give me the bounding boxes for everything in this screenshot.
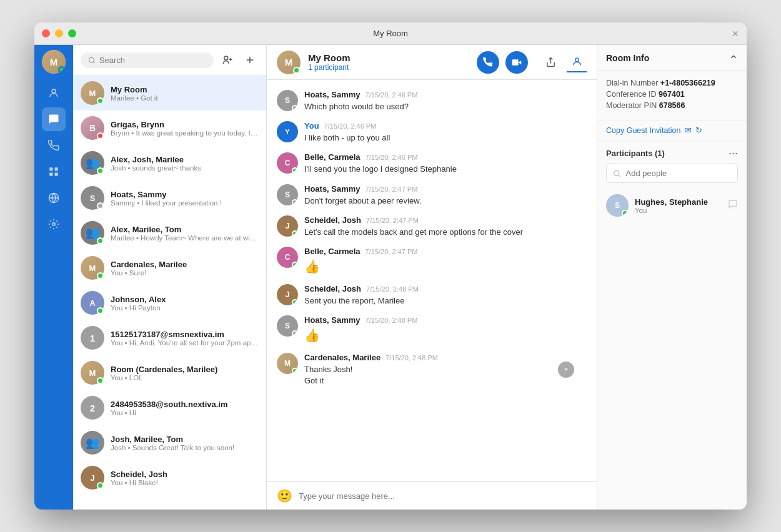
chat-info: Josh, Marilee, Tom Josh • Sounds Great! … <box>111 435 259 451</box>
add-people-input[interactable] <box>625 169 731 178</box>
svg-point-10 <box>224 56 228 60</box>
list-item[interactable]: A Johnson, Alex You • Hi Payton <box>73 285 266 320</box>
chat-preview: Sammy • I liked your presentation ! <box>111 199 259 207</box>
title-bar-buttons <box>42 29 76 37</box>
list-item[interactable]: M Cardenales, Marilee You • Sure! <box>73 250 266 285</box>
collapse-icon[interactable] <box>729 52 738 63</box>
message-avatar: S <box>277 315 298 337</box>
room-info-header: Room Info <box>597 45 747 71</box>
maximize-button[interactable] <box>68 29 76 37</box>
chat-info: Alex, Marilee, Tom Marilee • Howdy Team~… <box>111 225 259 242</box>
svg-line-19 <box>619 175 620 176</box>
message-row: C Belle, Carmela 7/15/20, 2:46 PM I'll s… <box>277 152 587 175</box>
sidebar-item-apps[interactable] <box>42 160 66 184</box>
chat-avatar: 1 <box>81 326 104 350</box>
list-item[interactable]: 2 2484953538@south.nextiva.im You • Hi <box>73 390 266 425</box>
chat-avatar: M <box>81 361 104 385</box>
svg-point-0 <box>52 89 56 93</box>
message-sender: Belle, Carmela <box>304 152 361 162</box>
svg-rect-2 <box>55 167 58 170</box>
message-text: Let's call the models back and get more … <box>304 227 587 238</box>
message-content: You 7/15/20, 2:46 PM I like both - up to… <box>304 121 587 144</box>
message-input[interactable] <box>299 491 587 501</box>
chat-avatar: A <box>81 291 104 315</box>
video-call-button[interactable] <box>505 51 528 74</box>
status-dot <box>97 307 104 314</box>
status-dot <box>97 237 104 244</box>
message-time: 7/15/20, 2:46 PM <box>366 154 418 161</box>
list-item[interactable]: J Scheidel, Josh You • Hi Blake! <box>73 460 266 495</box>
message-text: Which photo would be used? <box>304 101 587 112</box>
app-body: M <box>34 45 747 510</box>
message-content: Hoats, Sammy 7/15/20, 2:47 PM Don't forg… <box>304 184 587 207</box>
sidebar-item-settings[interactable] <box>42 212 66 236</box>
list-item[interactable]: M My Room Marilee • Got it <box>73 76 266 111</box>
participants-title: Participants (1) <box>606 149 665 158</box>
share-button[interactable] <box>540 52 560 72</box>
phone-call-button[interactable] <box>477 51 499 74</box>
message-text: I like both - up to you all <box>304 132 587 144</box>
participants-more-icon[interactable]: ··· <box>729 147 738 160</box>
room-info-button[interactable] <box>567 52 587 72</box>
list-item[interactable]: B Grigas, Brynn Brynn • It was great spe… <box>73 111 266 145</box>
message-row: J Scheidel, Josh 7/15/20, 2:47 PM Let's … <box>277 215 587 238</box>
message-action-icon[interactable] <box>558 362 574 378</box>
message-content: Belle, Carmela 7/15/20, 2:47 PM 👍 <box>304 247 587 275</box>
list-item[interactable]: 👥 Josh, Marilee, Tom Josh • Sounds Great… <box>73 425 266 460</box>
sidebar-item-contacts[interactable] <box>42 81 66 105</box>
search-box[interactable] <box>81 52 214 68</box>
message-avatar: J <box>277 215 298 237</box>
list-item[interactable]: 👥 Alex, Marilee, Tom Marilee • Howdy Tea… <box>73 215 266 250</box>
message-time: 7/15/20, 2:46 PM <box>366 91 418 99</box>
participant-status-dot <box>622 210 629 217</box>
chat-header-info: My Room 1 participant <box>308 52 469 72</box>
message-avatar: Y <box>277 121 298 142</box>
sidebar-item-globe[interactable] <box>42 186 66 210</box>
list-item[interactable]: 👥 Alex, Josh, Marilee Josh • sounds grea… <box>73 145 266 180</box>
chat-header: M My Room 1 participant <box>267 45 597 80</box>
chat-name: 2484953538@south.nextiva.im <box>111 400 259 409</box>
dial-in-row: Dial-in Number +1-4805366219 <box>606 79 738 87</box>
participant-row: S Hughes, Stephanie You <box>597 189 747 222</box>
copy-refresh-icon[interactable]: ↻ <box>695 126 702 135</box>
chat-avatar: J <box>81 466 104 490</box>
list-item[interactable]: 1 15125173187@smsnextiva.im You • Hi, An… <box>73 320 266 355</box>
svg-rect-15 <box>512 59 519 65</box>
title-close-icon[interactable]: ✕ <box>732 29 739 39</box>
svg-point-8 <box>89 57 94 62</box>
chat-preview: You • Hi Blake! <box>111 479 259 486</box>
chat-info: Grigas, Brynn Brynn • It was great speak… <box>111 120 259 137</box>
user-avatar[interactable]: M <box>42 50 66 74</box>
list-item[interactable]: M Room (Cardenales, Marilee) You • LOL <box>73 355 266 390</box>
message-status-dot <box>292 262 298 268</box>
participant-chat-icon[interactable] <box>728 199 738 212</box>
sidebar-item-phone[interactable] <box>42 134 66 157</box>
close-button[interactable] <box>42 29 50 37</box>
message-time: 7/15/20, 2:48 PM <box>366 317 418 324</box>
message-row: J Scheidel, Josh 7/15/20, 2:48 PM Sent y… <box>277 284 587 307</box>
svg-point-17 <box>575 58 579 62</box>
chat-name: Alex, Marilee, Tom <box>111 225 259 234</box>
emoji-button[interactable]: 🙂 <box>277 488 292 503</box>
minimize-button[interactable] <box>55 29 63 37</box>
chat-name: Grigas, Brynn <box>111 120 259 129</box>
message-sender: Hoats, Sammy <box>304 90 361 99</box>
room-info-title: Room Info <box>606 53 649 63</box>
chat-info: Room (Cardenales, Marilee) You • LOL <box>111 365 259 382</box>
sidebar-item-messages[interactable] <box>42 107 66 131</box>
list-item[interactable]: S Hoats, Sammy Sammy • I liked your pres… <box>73 180 266 215</box>
compose-icon[interactable] <box>241 51 259 69</box>
search-input[interactable] <box>99 56 206 65</box>
message-row: S Hoats, Sammy 7/15/20, 2:48 PM 👍 <box>277 315 587 344</box>
message-time: 7/15/20, 2:48 PM <box>366 285 419 293</box>
copy-guest-link[interactable]: Copy Guest Invitation <box>606 126 681 135</box>
message-text: I'll send you the logo I designed Stepha… <box>304 164 587 175</box>
chat-info: Cardenales, Marilee You • Sure! <box>111 260 259 277</box>
svg-rect-1 <box>49 167 52 170</box>
message-status-dot <box>292 230 298 237</box>
copy-envelope-icon[interactable]: ✉ <box>685 126 692 135</box>
add-people-box[interactable] <box>606 164 738 183</box>
chat-info: Scheidel, Josh You • Hi Blake! <box>111 470 259 486</box>
contact-add-icon[interactable] <box>219 51 236 69</box>
message-text: 👍 <box>304 327 587 344</box>
